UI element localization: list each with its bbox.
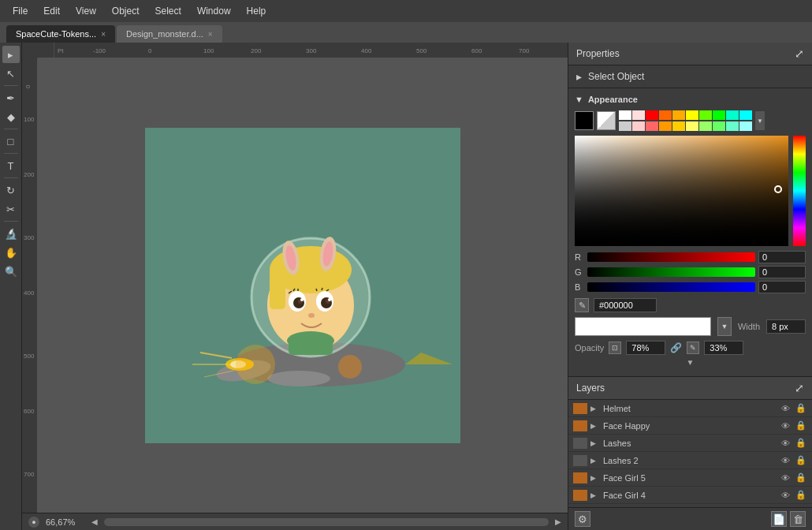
layer-item[interactable]: ▶Lashes 2👁🔒 (568, 452, 812, 469)
layer-item[interactable]: ▶Helmet👁🔒 (568, 400, 812, 417)
menu-window[interactable]: Window (191, 2, 237, 20)
tool-hand[interactable]: ✋ (2, 244, 20, 261)
tool-eyedrop[interactable]: 🔬 (2, 225, 20, 242)
layer-visibility-btn[interactable]: 👁 (779, 420, 792, 432)
color-yellow[interactable] (686, 110, 698, 120)
stroke-dropdown[interactable]: ▼ (717, 317, 732, 336)
color-gold[interactable] (672, 121, 685, 131)
zoom-right-arrow[interactable]: ▶ (555, 517, 561, 526)
horizontal-scrollbar[interactable] (104, 518, 549, 526)
rgb-b-bar[interactable] (587, 282, 755, 292)
layers-settings-btn[interactable]: ⚙ (575, 511, 590, 527)
layer-expand-arrow[interactable]: ▶ (590, 491, 600, 499)
color-amber[interactable] (672, 110, 685, 120)
tab-1[interactable]: Design_monster.d... × (117, 25, 222, 43)
layer-expand-arrow[interactable]: ▶ (590, 439, 600, 447)
opacity-icon[interactable]: ⊡ (609, 342, 621, 354)
layers-list[interactable]: ▶Helmet👁🔒▶Face Happy👁🔒▶Lashes👁🔒▶Lashes 2… (568, 400, 812, 507)
rgb-g-input[interactable] (758, 266, 806, 278)
swatch-none[interactable] (597, 111, 616, 130)
menu-edit[interactable]: Edit (37, 2, 66, 20)
collapse-arrow[interactable]: ▼ (575, 355, 806, 370)
tool-text[interactable]: T (2, 157, 20, 174)
color-red[interactable] (646, 110, 658, 120)
status-dot[interactable]: ● (28, 517, 39, 528)
layer-item[interactable]: ▶Face Girl 4👁🔒 (568, 487, 812, 504)
opacity-value-input[interactable] (626, 341, 665, 355)
color-gradient[interactable] (575, 136, 788, 246)
color-cyan[interactable] (739, 110, 752, 120)
layers-expand-icon[interactable]: ⤢ (795, 382, 804, 394)
opacity-icon2[interactable]: ✎ (687, 342, 699, 354)
color-teal[interactable] (726, 110, 739, 120)
color-lgreen[interactable] (699, 121, 712, 131)
color-lcyan[interactable] (739, 121, 752, 131)
color-aqua[interactable] (726, 121, 739, 131)
eyedropper-btn[interactable]: ✎ (575, 298, 589, 312)
tab-0[interactable]: SpaceCute-Tokens... × (6, 25, 115, 43)
appearance-arrow[interactable]: ▼ (575, 95, 583, 104)
color-lime[interactable] (699, 110, 712, 120)
layer-item[interactable]: ▶Lashes👁🔒 (568, 435, 812, 452)
spectrum-bar[interactable] (793, 136, 806, 246)
tool-anchor[interactable]: ◆ (2, 108, 20, 125)
swatch-black[interactable] (575, 111, 594, 130)
layer-visibility-btn[interactable]: 👁 (779, 472, 792, 484)
layer-lock-btn[interactable]: 🔒 (795, 402, 807, 415)
layer-lock-btn[interactable]: 🔒 (795, 489, 807, 502)
layer-expand-arrow[interactable]: ▶ (590, 457, 600, 465)
layers-delete-btn[interactable]: 🗑 (790, 511, 806, 527)
color-green[interactable] (713, 110, 725, 120)
tool-rect[interactable]: □ (2, 132, 20, 150)
layers-new-btn[interactable]: 📄 (771, 511, 787, 527)
tool-select[interactable]: ▸ (2, 46, 20, 63)
rgb-r-input[interactable] (758, 251, 806, 263)
stroke-preview[interactable] (575, 317, 711, 336)
layer-visibility-btn[interactable]: 👁 (779, 489, 792, 502)
color-orange[interactable] (659, 110, 672, 120)
layer-expand-arrow[interactable]: ▶ (590, 405, 600, 412)
color-fdd[interactable] (632, 110, 645, 120)
color-lgray[interactable] (619, 121, 631, 131)
width-input[interactable] (766, 319, 806, 334)
tool-scissors[interactable]: ✂ (2, 200, 20, 218)
menu-select[interactable]: Select (149, 2, 188, 20)
rgb-r-bar[interactable] (587, 252, 755, 262)
color-rose[interactable] (646, 121, 658, 131)
menu-view[interactable]: View (69, 2, 102, 20)
color-white[interactable] (619, 110, 631, 120)
menu-object[interactable]: Object (106, 2, 146, 20)
color-dorange[interactable] (659, 121, 672, 131)
rgb-g-bar[interactable] (587, 267, 755, 277)
layer-lock-btn[interactable]: 🔒 (795, 437, 807, 450)
menu-help[interactable]: Help (240, 2, 273, 20)
tool-zoom[interactable]: 🔍 (2, 263, 20, 280)
zoom-down-arrow[interactable]: ◀ (91, 517, 98, 526)
opacity-value2-input[interactable] (704, 341, 743, 355)
layer-lock-btn[interactable]: 🔒 (795, 454, 807, 467)
layer-lock-btn[interactable]: 🔒 (795, 472, 807, 484)
layer-item[interactable]: ▶Face Girl 5👁🔒 (568, 469, 812, 487)
tab-close-1[interactable]: × (208, 30, 213, 39)
properties-expand-icon[interactable]: ⤢ (795, 47, 804, 60)
color-lyellow[interactable] (686, 121, 698, 131)
canvas-scroll[interactable] (38, 58, 568, 513)
layer-expand-arrow[interactable]: ▶ (590, 474, 600, 482)
hex-input[interactable] (594, 298, 657, 312)
layer-visibility-btn[interactable]: 👁 (779, 437, 792, 450)
menu-file[interactable]: File (6, 2, 34, 20)
layer-visibility-btn[interactable]: 👁 (779, 402, 792, 415)
layer-expand-arrow[interactable]: ▶ (590, 422, 600, 430)
color-lpink[interactable] (632, 121, 645, 131)
tool-direct-select[interactable]: ↖ (2, 65, 20, 82)
layer-item[interactable]: ▶Face Happy👁🔒 (568, 417, 812, 435)
tab-close-0[interactable]: × (101, 30, 106, 39)
tool-pen[interactable]: ✒ (2, 89, 20, 106)
color-mgreen[interactable] (713, 121, 725, 131)
layer-lock-btn[interactable]: 🔒 (795, 420, 807, 432)
tool-rotate[interactable]: ↻ (2, 181, 20, 199)
rgb-b-input[interactable] (758, 281, 806, 293)
color-expand-btn[interactable]: ▼ (755, 111, 765, 130)
layer-visibility-btn[interactable]: 👁 (779, 454, 792, 467)
svg-text:600: 600 (471, 47, 482, 54)
